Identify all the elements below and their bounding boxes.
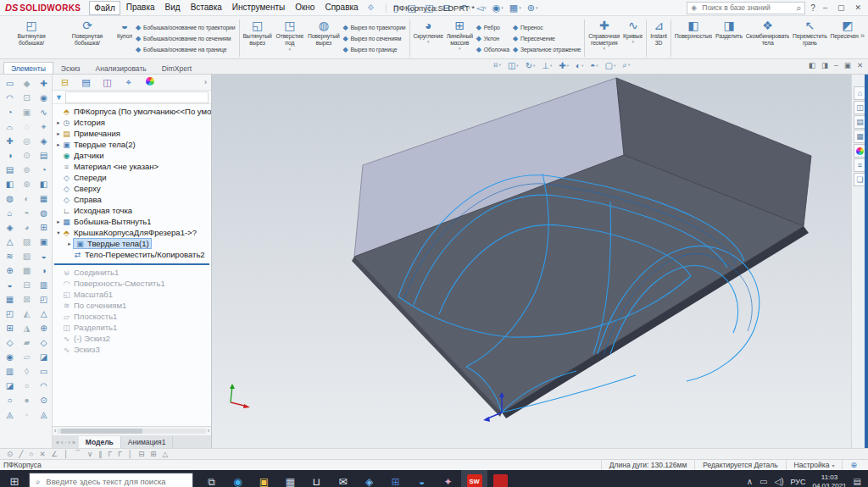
boundary-cut-button[interactable]: ◆Вырез по границе: [343, 44, 406, 54]
quick-access-icon[interactable]: ◱: [407, 3, 419, 13]
notification-icon[interactable]: ▤: [854, 477, 861, 486]
ribbon-overflow-button[interactable]: »: [859, 31, 866, 40]
left-toolbar-icon[interactable]: ⌓: [7, 119, 14, 134]
left-toolbar-icon[interactable]: ◧: [6, 177, 14, 191]
instant3d-button[interactable]: ⊿ Instant 3D: [648, 18, 669, 58]
tree-item[interactable]: ◇ Спереди: [53, 172, 211, 183]
filter-funnel-icon[interactable]: ▼: [55, 93, 63, 102]
dropdown-caret[interactable]: ▾: [459, 47, 460, 50]
app-red-icon[interactable]: [487, 470, 514, 487]
left-toolbar-icon[interactable]: ⌂: [7, 206, 12, 220]
sketch-tool-icon[interactable]: ∠: [52, 450, 58, 458]
left-toolbar-icon[interactable]: ◒: [7, 278, 12, 292]
close-button[interactable]: ✕: [852, 3, 864, 12]
sketch-tool-icon[interactable]: ⊟: [138, 450, 144, 458]
fillet-button[interactable]: ◕ Скругление ▾: [412, 18, 445, 58]
expand-arrow-icon[interactable]: ▾: [55, 230, 62, 236]
globe-icon[interactable]: ⊕: [842, 460, 865, 470]
quick-access-icon[interactable]: ↶: [459, 3, 470, 13]
tree-item[interactable]: ◇ Сверху: [53, 183, 211, 194]
motion-nav-icon[interactable]: »: [72, 440, 75, 445]
left-toolbar-icon[interactable]: ▩: [23, 263, 31, 278]
tree-item[interactable]: [54, 260, 209, 265]
left-toolbar-icon[interactable]: ≋: [6, 249, 13, 263]
taskbar-app-icon[interactable]: ✉: [330, 470, 356, 487]
panel-tab[interactable]: ◫: [97, 75, 118, 89]
help-button[interactable]: ?: [810, 3, 815, 13]
left-toolbar-icon[interactable]: ◔: [41, 163, 46, 177]
left-toolbar-icon[interactable]: ⊞: [40, 220, 47, 235]
start-button[interactable]: ⊞: [0, 475, 29, 487]
left-toolbar-icon[interactable]: ✚: [40, 76, 47, 91]
reference-geometry-button[interactable]: ✚ Справочная геометрия ▾: [587, 18, 621, 58]
dropdown-caret[interactable]: ▾: [604, 47, 605, 50]
dropdown-caret[interactable]: ▾: [427, 40, 429, 43]
left-toolbar-icon[interactable]: ⊚: [23, 163, 30, 177]
tree-item[interactable]: ◠ Поверхность-Сместить1: [53, 278, 211, 289]
sketch-tool-icon[interactable]: Γ: [118, 450, 122, 458]
taskbar-app-icon[interactable]: ▦: [277, 470, 303, 487]
left-toolbar-icon[interactable]: ✚: [6, 134, 13, 148]
left-toolbar-icon[interactable]: ◮: [24, 321, 31, 335]
panel-tab[interactable]: [139, 75, 160, 89]
pin-icon[interactable]: ⟐: [368, 3, 374, 13]
tree-item[interactable]: ◇ Справа: [53, 194, 211, 205]
sketch-tool-icon[interactable]: ✕: [39, 450, 45, 458]
view-tool-icon[interactable]: ▢: [605, 61, 616, 70]
left-toolbar-icon[interactable]: ◬: [41, 407, 47, 422]
motion-nav-icon[interactable]: ·: [64, 440, 66, 445]
quick-access-icon[interactable]: ◫: [425, 3, 437, 13]
left-toolbar-icon[interactable]: ∿: [40, 105, 47, 119]
left-toolbar-icon[interactable]: ⊞: [6, 321, 13, 335]
combine-bodies-button[interactable]: ❖ Скомбинировать тела: [744, 18, 791, 58]
left-toolbar-icon[interactable]: ◬: [7, 407, 14, 422]
expand-arrow-icon[interactable]: ▸: [55, 141, 62, 148]
left-toolbar-icon[interactable]: ▦: [40, 191, 47, 206]
draft-button[interactable]: ◆Уклон: [476, 33, 509, 43]
motion-nav-icon[interactable]: «: [56, 440, 59, 445]
volume-icon[interactable]: ◁): [774, 477, 783, 486]
minimize-button[interactable]: –: [821, 3, 830, 12]
left-toolbar-icon[interactable]: ⊕: [40, 321, 47, 335]
motion-nav-icon[interactable]: ‹: [61, 440, 63, 445]
menu-item[interactable]: Вставка: [186, 1, 226, 15]
left-toolbar-icon[interactable]: ◑: [7, 148, 12, 163]
left-toolbar-icon[interactable]: ◪: [6, 379, 14, 393]
left-toolbar-icon[interactable]: ◪: [40, 350, 47, 364]
document-window-button[interactable]: ◨: [821, 61, 828, 69]
document-window-button[interactable]: ▣: [844, 61, 851, 69]
knowledge-base-search[interactable]: ◈ ⌕: [687, 2, 805, 14]
panel-tab[interactable]: ⊟: [54, 75, 75, 89]
mirror-button[interactable]: ◆Зеркальное отражение: [513, 44, 581, 54]
tree-item[interactable]: ∿ (-) Эскиз2: [53, 333, 211, 344]
model-tab[interactable]: Анимация1: [121, 436, 174, 448]
extruded-cut-button[interactable]: ◱ Вытянутый вырез: [242, 18, 274, 58]
menu-item[interactable]: Правка: [122, 1, 159, 15]
tree-item[interactable]: ⇄ Тело-Переместить/Копировать2: [53, 249, 211, 260]
extruded-boss-button[interactable]: ◰ Вытянутая бобышка/основание: [3, 18, 59, 58]
taskbar-app-icon[interactable]: ⧉: [198, 470, 225, 487]
document-window-button[interactable]: ✕: [857, 61, 863, 69]
taskbar-app-icon[interactable]: ▣: [251, 470, 277, 487]
left-toolbar-icon[interactable]: ▦: [6, 292, 14, 307]
left-toolbar-icon[interactable]: ▣: [23, 105, 31, 119]
sketch-tool-icon[interactable]: ∥: [98, 450, 102, 458]
sketch-tool-icon[interactable]: ⊙: [7, 450, 13, 458]
taskbar-app-icon[interactable]: ◈: [356, 470, 382, 487]
ribbon-tab[interactable]: DimXpert: [154, 62, 199, 74]
sketch-tool-icon[interactable]: │: [128, 450, 132, 458]
left-toolbar-icon[interactable]: ⊕: [6, 263, 13, 278]
left-toolbar-icon[interactable]: ⌖: [42, 119, 47, 134]
task-pane-strip[interactable]: [865, 75, 868, 448]
clock[interactable]: 11:03 04.03.2021: [813, 473, 847, 487]
wrap-button[interactable]: ◆Перенос: [513, 22, 581, 32]
revolved-cut-button[interactable]: ◍ Повернутый вырез: [306, 18, 342, 58]
left-toolbar-icon[interactable]: △: [7, 235, 14, 249]
expand-arrow-icon[interactable]: ▸: [66, 241, 73, 247]
sketch-tool-icon[interactable]: │: [64, 450, 68, 458]
left-toolbar-icon[interactable]: ◓: [24, 206, 29, 220]
tree-item[interactable]: ▸ ▦ Бобышка-Вытянуть1: [53, 216, 211, 227]
left-toolbar-icon[interactable]: ●: [24, 393, 29, 407]
tree-item[interactable]: ▸ ◷ История: [53, 117, 211, 128]
left-toolbar-icon[interactable]: ⊛: [23, 177, 30, 191]
